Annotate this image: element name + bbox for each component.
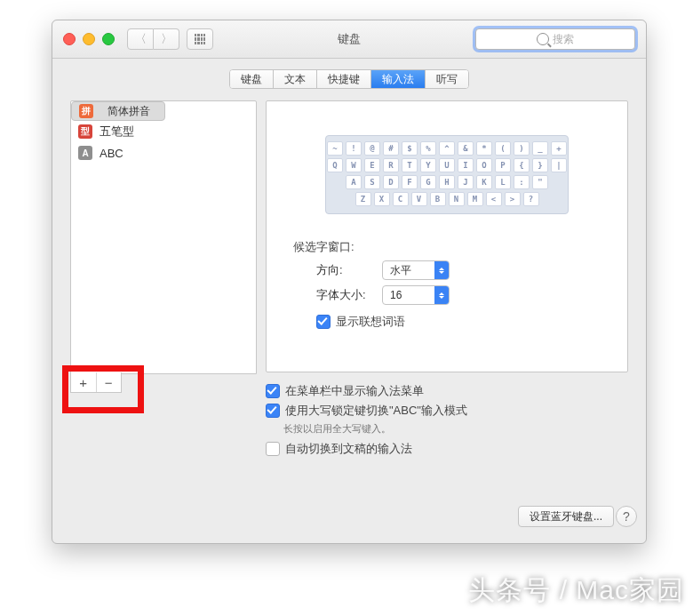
remove-button[interactable]: − bbox=[97, 372, 122, 392]
tab-键盘[interactable]: 键盘 bbox=[230, 70, 274, 88]
key: * bbox=[476, 141, 492, 156]
key: ^ bbox=[439, 141, 455, 156]
key: M bbox=[467, 192, 483, 206]
key: > bbox=[505, 192, 521, 206]
key: ? bbox=[523, 192, 539, 206]
chevron-updown-icon bbox=[434, 261, 449, 279]
source-badge-icon: A bbox=[78, 146, 92, 160]
key: @ bbox=[364, 141, 380, 156]
key: Y bbox=[420, 158, 436, 172]
key: O bbox=[476, 158, 492, 172]
predictive-label: 显示联想词语 bbox=[336, 314, 405, 330]
fontsize-value: 16 bbox=[383, 289, 434, 301]
caps-note: 长按以启用全大写键入。 bbox=[283, 422, 628, 436]
search-placeholder: 搜索 bbox=[553, 32, 574, 47]
key: F bbox=[402, 175, 418, 189]
key: C bbox=[393, 192, 409, 206]
help-button[interactable]: ? bbox=[616, 506, 637, 527]
key: ( bbox=[495, 141, 511, 156]
key: E bbox=[364, 158, 380, 172]
key: | bbox=[551, 158, 567, 172]
predictive-checkbox[interactable] bbox=[316, 315, 331, 329]
key: W bbox=[346, 158, 362, 172]
search-input[interactable]: 搜索 bbox=[475, 28, 635, 50]
fontsize-select[interactable]: 16 bbox=[382, 285, 450, 305]
input-source-list[interactable]: 拼简体拼音型五笔型AABC bbox=[70, 100, 257, 374]
source-badge-icon: 型 bbox=[78, 124, 92, 139]
key: R bbox=[383, 158, 399, 172]
direction-label: 方向: bbox=[316, 262, 368, 278]
key: + bbox=[551, 141, 567, 156]
search-icon bbox=[537, 33, 549, 45]
list-item[interactable]: 拼简体拼音 bbox=[71, 101, 165, 121]
list-item[interactable]: AABC bbox=[71, 142, 256, 164]
key: S bbox=[364, 175, 380, 189]
key: { bbox=[514, 158, 530, 172]
grid-icon bbox=[195, 34, 205, 44]
key: & bbox=[458, 141, 474, 156]
list-item[interactable]: 型五笔型 bbox=[71, 121, 256, 142]
key: ) bbox=[514, 141, 530, 156]
watermark: 头条号 / Mac家园 bbox=[468, 572, 684, 609]
key: L bbox=[495, 175, 511, 189]
detail-panel: ~!@#$%^&*()_+QWERTYUIOP{}|ASDFGHJKL:"ZXC… bbox=[266, 100, 628, 372]
chevron-updown-icon bbox=[434, 286, 449, 304]
key: ! bbox=[346, 141, 362, 156]
direction-value: 水平 bbox=[383, 263, 434, 278]
key: < bbox=[486, 192, 502, 206]
source-label: ABC bbox=[100, 147, 123, 160]
preferences-window: 〈 〉 键盘 搜索 键盘文本快捷键输入法听写 拼简体拼音型五笔型AABC + − bbox=[52, 20, 647, 544]
key: V bbox=[411, 192, 427, 206]
key: A bbox=[346, 175, 362, 189]
show-all-button[interactable] bbox=[187, 28, 213, 50]
key: K bbox=[476, 175, 492, 189]
key: _ bbox=[532, 141, 548, 156]
key: $ bbox=[402, 141, 418, 156]
key: ~ bbox=[327, 141, 343, 156]
fontsize-label: 字体大小: bbox=[316, 287, 368, 303]
key: T bbox=[402, 158, 418, 172]
key: J bbox=[458, 175, 474, 189]
zoom-icon[interactable] bbox=[102, 33, 115, 45]
bluetooth-keyboard-button[interactable]: 设置蓝牙键盘... bbox=[518, 506, 614, 527]
source-badge-icon: 拼 bbox=[79, 104, 93, 118]
tab-听写[interactable]: 听写 bbox=[426, 70, 468, 88]
minimize-icon[interactable] bbox=[83, 33, 95, 45]
show-menu-checkbox[interactable] bbox=[266, 384, 280, 398]
close-icon[interactable] bbox=[63, 33, 76, 45]
tab-文本[interactable]: 文本 bbox=[274, 70, 317, 88]
add-remove-group: + − bbox=[70, 372, 122, 393]
source-label: 简体拼音 bbox=[100, 104, 157, 119]
key: % bbox=[420, 141, 436, 156]
auto-switch-label: 自动切换到文稿的输入法 bbox=[285, 441, 412, 457]
tab-快捷键[interactable]: 快捷键 bbox=[317, 70, 371, 88]
direction-select[interactable]: 水平 bbox=[382, 260, 450, 280]
add-button[interactable]: + bbox=[71, 372, 97, 392]
auto-switch-checkbox[interactable] bbox=[266, 442, 280, 456]
key: D bbox=[383, 175, 399, 189]
keyboard-preview: ~!@#$%^&*()_+QWERTYUIOP{}|ASDFGHJKL:"ZXC… bbox=[325, 135, 569, 214]
key: H bbox=[439, 175, 455, 189]
titlebar: 〈 〉 键盘 搜索 bbox=[52, 20, 646, 59]
show-menu-label: 在菜单栏中显示输入法菜单 bbox=[285, 383, 424, 399]
tab-输入法[interactable]: 输入法 bbox=[371, 70, 426, 88]
caps-abc-label: 使用大写锁定键切换"ABC"输入模式 bbox=[285, 403, 467, 419]
candidate-title: 候选字窗口: bbox=[293, 239, 609, 255]
key: Q bbox=[327, 158, 343, 172]
nav-back-forward: 〈 〉 bbox=[127, 28, 179, 50]
key: X bbox=[374, 192, 390, 206]
key: G bbox=[420, 175, 436, 189]
key: Z bbox=[355, 192, 371, 206]
key: # bbox=[383, 141, 399, 156]
caps-abc-checkbox[interactable] bbox=[266, 404, 280, 418]
window-controls bbox=[63, 33, 115, 45]
key: } bbox=[532, 158, 548, 172]
forward-button[interactable]: 〉 bbox=[154, 28, 179, 50]
back-button[interactable]: 〈 bbox=[127, 28, 154, 50]
key: : bbox=[514, 175, 530, 189]
key: U bbox=[439, 158, 455, 172]
key: I bbox=[458, 158, 474, 172]
key: P bbox=[495, 158, 511, 172]
key: N bbox=[449, 192, 465, 206]
key: B bbox=[430, 192, 446, 206]
